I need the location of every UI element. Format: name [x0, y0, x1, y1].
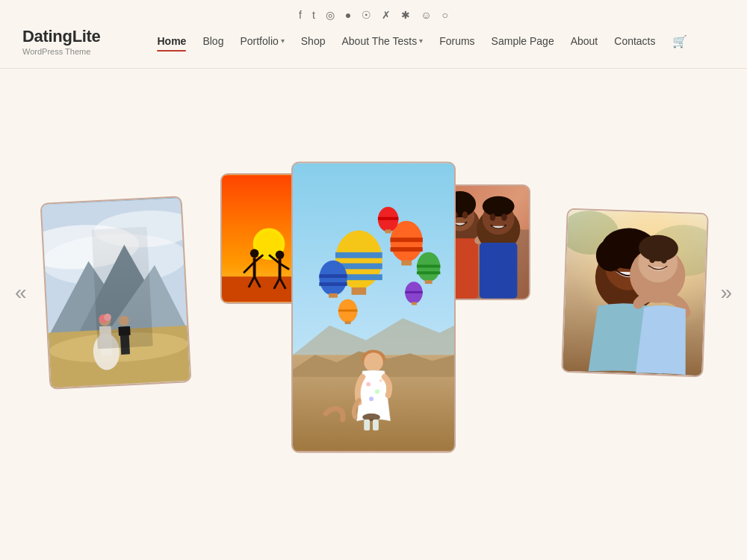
asterisk-icon[interactable]: ✱	[401, 9, 410, 21]
carousel-card-couple-hug[interactable]	[561, 208, 709, 377]
balloons-svg	[293, 164, 454, 452]
svg-rect-71	[373, 420, 379, 431]
circle-icon[interactable]: ○	[442, 9, 448, 21]
svg-rect-55	[378, 217, 398, 220]
portfolio-chevron: ▾	[281, 37, 285, 45]
target-icon[interactable]: ☉	[362, 9, 371, 21]
svg-rect-51	[319, 274, 347, 278]
svg-rect-47	[417, 265, 440, 268]
svg-rect-43	[391, 237, 423, 242]
balloons-image	[293, 164, 454, 452]
svg-point-83	[490, 214, 496, 221]
svg-point-67	[369, 396, 374, 401]
svg-point-65	[366, 382, 371, 387]
svg-point-78	[462, 211, 468, 219]
image-carousel: «	[0, 76, 747, 509]
svg-rect-12	[120, 326, 130, 355]
svg-rect-85	[480, 243, 518, 299]
svg-point-15	[99, 314, 108, 323]
nav-portfolio[interactable]: Portfolio ▾	[240, 35, 284, 49]
svg-point-21	[250, 249, 259, 258]
nav-sample-page[interactable]: Sample Page	[492, 35, 554, 49]
couple-hug-image	[562, 210, 707, 376]
svg-point-66	[375, 389, 379, 393]
nav-about-tests[interactable]: About The Tests ▾	[341, 35, 423, 49]
wedding-image	[42, 197, 190, 388]
svg-rect-53	[329, 293, 338, 298]
svg-rect-58	[405, 291, 423, 293]
svg-rect-49	[425, 280, 433, 284]
svg-point-16	[104, 314, 111, 321]
about-tests-chevron: ▾	[419, 37, 423, 45]
social-icon-bar: f t ◎ ● ☉ ✗ ✱ ☺ ○	[0, 0, 747, 27]
svg-rect-13	[118, 326, 130, 336]
carousel-card-balloons[interactable]	[291, 162, 456, 453]
svg-point-68	[379, 379, 382, 382]
instagram-icon[interactable]: ◎	[326, 9, 335, 21]
chat-icon[interactable]: ☺	[421, 9, 431, 21]
svg-point-82	[483, 196, 515, 217]
svg-point-27	[276, 250, 285, 259]
svg-rect-56	[385, 229, 391, 233]
svg-point-84	[501, 214, 507, 221]
nav-blog[interactable]: Blog	[202, 35, 223, 49]
svg-rect-59	[412, 302, 417, 305]
svg-point-11	[99, 314, 111, 326]
svg-rect-44	[391, 247, 423, 252]
svg-rect-38	[335, 252, 382, 258]
x-mark-icon[interactable]: ✗	[382, 9, 391, 21]
nav-home[interactable]: Home	[157, 35, 186, 49]
carousel-card-wedding[interactable]	[40, 196, 192, 390]
brand-name: DatingLite	[22, 27, 120, 46]
nav-about[interactable]: About	[571, 35, 598, 49]
svg-rect-45	[401, 261, 412, 266]
svg-rect-41	[352, 287, 367, 295]
svg-rect-52	[319, 282, 347, 286]
main-nav: Home Blog Portfolio ▾ Shop About The Tes…	[120, 34, 725, 49]
svg-point-64	[364, 352, 383, 372]
svg-rect-62	[345, 321, 351, 324]
nav-shop[interactable]: Shop	[301, 35, 326, 49]
carousel-prev-button[interactable]: «	[15, 281, 27, 305]
site-header: DatingLite WordPress Theme Home Blog Por…	[0, 27, 747, 69]
nav-contacts[interactable]: Contacts	[614, 35, 655, 49]
carousel-next-button[interactable]: »	[720, 281, 732, 305]
nav-forums[interactable]: Forums	[439, 35, 474, 49]
twitter-icon[interactable]: t	[312, 9, 315, 21]
rss-icon[interactable]: ●	[345, 9, 351, 21]
brand-logo[interactable]: DatingLite WordPress Theme	[22, 27, 120, 56]
brand-subtitle: WordPress Theme	[22, 47, 120, 56]
svg-rect-70	[364, 420, 370, 431]
svg-rect-61	[338, 309, 358, 311]
facebook-icon[interactable]: f	[299, 9, 302, 21]
svg-rect-10	[99, 326, 113, 355]
svg-rect-48	[417, 271, 440, 274]
wedding-svg	[42, 197, 190, 388]
cart-button[interactable]: 🛒	[672, 34, 687, 49]
svg-point-14	[119, 315, 129, 326]
couple-hug-svg	[562, 210, 707, 376]
